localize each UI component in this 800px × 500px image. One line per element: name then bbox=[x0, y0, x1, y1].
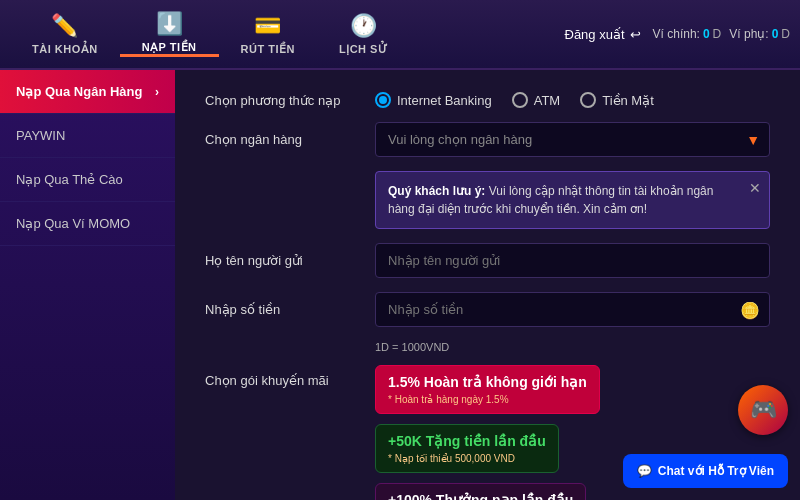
nav-lich-su-label: LỊCH SỬ bbox=[339, 43, 388, 56]
amount-row: Nhập số tiền 🪙 bbox=[205, 292, 770, 327]
wallet-phu-value: 0 bbox=[772, 27, 779, 41]
logout-label: Đăng xuất bbox=[565, 27, 625, 42]
method-row: Chọn phương thức nạp Internet Banking AT… bbox=[205, 92, 770, 108]
sidebar-momo-label: Nạp Qua Ví MOMO bbox=[16, 216, 130, 231]
promo-first-deposit-sub: * Nạp tối thiểu 500,000 VND bbox=[388, 453, 546, 464]
id-hint: 1D = 1000VND bbox=[375, 341, 770, 353]
amount-input-wrapper: 🪙 bbox=[375, 292, 770, 327]
chat-icon: 💬 bbox=[637, 464, 652, 478]
promo-bonus-main: +100% Thưởng nạp lần đầu bbox=[388, 492, 573, 500]
promo-cashback-sub: * Hoàn trả hàng ngày 1.5% bbox=[388, 394, 587, 405]
bank-label: Chọn ngân hàng bbox=[205, 132, 375, 147]
top-navigation: ✏️ TÀI KHOẢN ⬇️ NẠP TIỀN 💳 RÚT TIỀN 🕐 LỊ… bbox=[0, 0, 800, 70]
sidebar: Nạp Qua Ngân Hàng › PAYWIN Nạp Qua Thẻ C… bbox=[0, 70, 175, 500]
sidebar-item-the-cao[interactable]: Nạp Qua Thẻ Cào bbox=[0, 158, 175, 202]
content-area: Chọn phương thức nạp Internet Banking AT… bbox=[175, 70, 800, 500]
notice-close-button[interactable]: ✕ bbox=[749, 178, 761, 199]
radio-atm-label: ATM bbox=[534, 93, 560, 108]
sender-input-wrapper bbox=[375, 243, 770, 278]
nav-nap-tien-label: NẠP TIỀN bbox=[142, 41, 197, 54]
promo-cashback-main: 1.5% Hoàn trả không giới hạn bbox=[388, 374, 587, 390]
promo-card-cashback[interactable]: 1.5% Hoàn trả không giới hạn * Hoàn trả … bbox=[375, 365, 600, 414]
promo-label: Chọn gói khuyến mãi bbox=[205, 365, 375, 388]
sender-row: Họ tên người gửi bbox=[205, 243, 770, 278]
radio-atm[interactable]: ATM bbox=[512, 92, 560, 108]
history-icon: 🕐 bbox=[350, 13, 377, 39]
amount-label: Nhập số tiền bbox=[205, 302, 375, 317]
coin-icon: 🪙 bbox=[740, 300, 760, 319]
sender-label: Họ tên người gửi bbox=[205, 253, 375, 268]
logout-button[interactable]: Đăng xuất ↩ bbox=[565, 27, 641, 42]
notice-title: Quý khách lưu ý: bbox=[388, 184, 485, 198]
wallet-chinh-d: D bbox=[713, 27, 722, 41]
amount-input[interactable] bbox=[375, 292, 770, 327]
wallet-info: Ví chính: 0 D Ví phụ: 0 D bbox=[653, 27, 790, 41]
chat-label: Chat với Hỗ Trợ Viên bbox=[658, 464, 774, 478]
main-layout: Nạp Qua Ngân Hàng › PAYWIN Nạp Qua Thẻ C… bbox=[0, 70, 800, 500]
bank-select[interactable]: Vui lòng chọn ngân hàng bbox=[375, 122, 770, 157]
nav-lich-su[interactable]: 🕐 LỊCH SỬ bbox=[317, 11, 410, 57]
chat-button[interactable]: 💬 Chat với Hỗ Trợ Viên bbox=[623, 454, 788, 488]
radio-internet-banking[interactable]: Internet Banking bbox=[375, 92, 492, 108]
game-float-icon[interactable]: 🎮 bbox=[738, 385, 788, 435]
wallet-chinh-label: Ví chính: bbox=[653, 27, 700, 41]
radio-tien-mat-label: Tiền Mặt bbox=[602, 93, 654, 108]
nav-items: ✏️ TÀI KHOẢN ⬇️ NẠP TIỀN 💳 RÚT TIỀN 🕐 LỊ… bbox=[10, 11, 565, 57]
bank-select-wrapper: Vui lòng chọn ngân hàng ▼ bbox=[375, 122, 770, 157]
chevron-right-icon: › bbox=[155, 85, 159, 99]
nav-rut-tien[interactable]: 💳 RÚT TIỀN bbox=[219, 11, 317, 57]
radio-group: Internet Banking ATM Tiền Mặt bbox=[375, 92, 770, 108]
promo-card-bonus[interactable]: +100% Thưởng nạp lần đầu bbox=[375, 483, 586, 500]
bank-row: Chọn ngân hàng Vui lòng chọn ngân hàng ▼ bbox=[205, 122, 770, 157]
sidebar-the-cao-label: Nạp Qua Thẻ Cào bbox=[16, 172, 123, 187]
sidebar-item-paywin[interactable]: PAYWIN bbox=[0, 114, 175, 158]
nav-tai-khoan-label: TÀI KHOẢN bbox=[32, 43, 98, 56]
promo-first-deposit-main: +50K Tặng tiền lần đầu bbox=[388, 433, 546, 449]
wallet-chinh-value: 0 bbox=[703, 27, 710, 41]
radio-tien-mat[interactable]: Tiền Mặt bbox=[580, 92, 654, 108]
sidebar-item-ngan-hang[interactable]: Nạp Qua Ngân Hàng › bbox=[0, 70, 175, 114]
nav-rut-tien-label: RÚT TIỀN bbox=[241, 43, 295, 56]
wallet-phu-label: Ví phụ: bbox=[729, 27, 768, 41]
promo-label-2 bbox=[205, 483, 375, 491]
radio-internet-banking-circle bbox=[375, 92, 391, 108]
method-options: Internet Banking ATM Tiền Mặt bbox=[375, 92, 770, 108]
nav-nap-tien[interactable]: ⬇️ NẠP TIỀN bbox=[120, 11, 219, 57]
method-label: Chọn phương thức nạp bbox=[205, 93, 375, 108]
logout-icon: ↩ bbox=[630, 27, 641, 42]
radio-atm-circle bbox=[512, 92, 528, 108]
sender-input[interactable] bbox=[375, 243, 770, 278]
wallet-phu: Ví phụ: 0 D bbox=[729, 27, 790, 41]
deposit-icon: ⬇️ bbox=[156, 11, 183, 37]
notice-box: Quý khách lưu ý: Vui lòng cập nhật thông… bbox=[375, 171, 770, 229]
sidebar-ngan-hang-label: Nạp Qua Ngân Hàng bbox=[16, 84, 142, 99]
radio-internet-banking-label: Internet Banking bbox=[397, 93, 492, 108]
withdraw-icon: 💳 bbox=[254, 13, 281, 39]
wallet-phu-d: D bbox=[781, 27, 790, 41]
sidebar-paywin-label: PAYWIN bbox=[16, 128, 65, 143]
radio-tien-mat-circle bbox=[580, 92, 596, 108]
promo-card-first-deposit[interactable]: +50K Tặng tiền lần đầu * Nạp tối thiểu 5… bbox=[375, 424, 559, 473]
account-icon: ✏️ bbox=[51, 13, 78, 39]
top-right: Đăng xuất ↩ Ví chính: 0 D Ví phụ: 0 D bbox=[565, 27, 791, 42]
sidebar-item-momo[interactable]: Nạp Qua Ví MOMO bbox=[0, 202, 175, 246]
nav-tai-khoan[interactable]: ✏️ TÀI KHOẢN bbox=[10, 11, 120, 57]
wallet-chinh: Ví chính: 0 D bbox=[653, 27, 722, 41]
